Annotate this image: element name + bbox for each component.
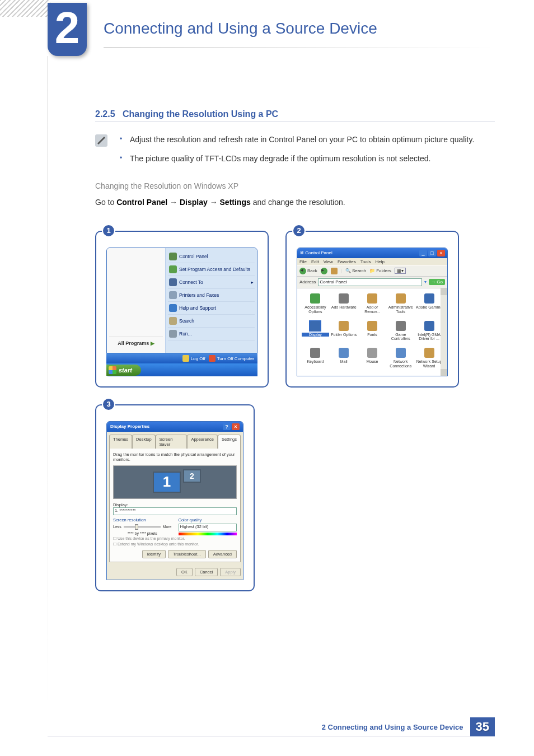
control-panel-item[interactable]: Network Connections: [387, 347, 414, 371]
close-icon[interactable]: ×: [232, 423, 240, 430]
footer-text: 2 Connecting and Using a Source Device: [322, 723, 463, 731]
logoff-button[interactable]: Log Off: [182, 355, 205, 362]
control-panel-item[interactable]: Keyboard: [302, 347, 329, 371]
menu-item[interactable]: Tools: [360, 259, 371, 264]
tab-desktop[interactable]: Desktop: [132, 435, 156, 449]
control-panel-item[interactable]: Add or Remov...: [359, 293, 386, 317]
help-icon[interactable]: ?: [223, 423, 231, 430]
tab-screen-saver[interactable]: Screen Saver: [156, 435, 188, 449]
control-panel-item[interactable]: Intel(R) GMA Driver for ...: [415, 320, 443, 344]
display-label: Display:: [113, 502, 237, 507]
troubleshoot--button[interactable]: Troubleshoot...: [168, 550, 206, 558]
start-menu-item[interactable]: Search: [168, 315, 255, 328]
control-panel-item[interactable]: Mail: [330, 347, 358, 371]
advanced-button[interactable]: Advanced: [208, 550, 237, 558]
color-bar: [179, 533, 237, 535]
bullet-item: Adjust the resolution and refresh rate i…: [118, 133, 474, 147]
extend-desktop-checkbox[interactable]: ☐ Extend my Windows desktop onto this mo…: [113, 542, 237, 547]
back-button[interactable]: ◄Back: [299, 268, 317, 274]
control-panel-item[interactable]: Folder Options: [330, 320, 358, 344]
tab-themes[interactable]: Themes: [109, 435, 132, 449]
figure-3-box: 3 Display Properties ? × ThemesDesktopSc…: [95, 404, 255, 591]
display-properties-window: Display Properties ? × ThemesDesktopScre…: [106, 421, 243, 580]
section-title: Changing the Resolution Using a PC: [123, 109, 278, 119]
folders-button[interactable]: 📁 Folders: [369, 268, 391, 273]
menu-item[interactable]: File: [299, 259, 307, 264]
primary-monitor-checkbox[interactable]: ☐ Use this device as the primary monitor…: [113, 536, 237, 541]
views-button[interactable]: ▦▾: [395, 268, 406, 274]
all-programs-item[interactable]: All Programs: [109, 337, 163, 349]
start-menu-item[interactable]: Printers and Faxes: [168, 289, 255, 302]
start-menu-item[interactable]: Help and Support: [168, 302, 255, 315]
forward-button[interactable]: ►: [321, 268, 327, 274]
monitor-2-icon[interactable]: 2: [183, 469, 201, 483]
tab-appearance[interactable]: Appearance: [187, 435, 217, 449]
bullet-item: The picture quality of TFT-LCDs may degr…: [118, 152, 474, 166]
figure-2-box: 2 🖥 Control Panel _ □ × FileEditViewFavo…: [285, 231, 459, 388]
page-number: 35: [470, 717, 495, 736]
menu-item[interactable]: View: [324, 259, 333, 264]
section-underline: [95, 122, 495, 122]
menu-item[interactable]: Edit: [311, 259, 319, 264]
side-rule: [48, 56, 48, 722]
start-menu-item[interactable]: Set Program Access and Defaults: [168, 263, 255, 276]
figure-number: 1: [102, 224, 115, 237]
color-quality-label: Color quality: [179, 517, 237, 522]
window-title: Display Properties: [110, 424, 149, 429]
start-menu-item[interactable]: Connect To▸: [168, 276, 255, 289]
menu-item[interactable]: Favorites: [338, 259, 356, 264]
section-heading: 2.2.5 Changing the Resolution Using a PC: [95, 109, 495, 119]
control-panel-item[interactable]: Adobe Gamma: [415, 293, 443, 317]
control-panel-item[interactable]: Add Hardware: [330, 293, 358, 317]
control-panel-item[interactable]: Administrative Tools: [387, 293, 414, 317]
window-title: 🖥 Control Panel: [299, 250, 332, 255]
tab-bar: ThemesDesktopScreen SaverAppearanceSetti…: [107, 432, 243, 448]
ok-button[interactable]: OK: [176, 568, 193, 576]
chapter-title: Connecting and Using a Source Device: [104, 20, 377, 38]
turnoff-button[interactable]: Turn Off Computer: [209, 355, 254, 362]
hint-text: Drag the monitor icons to match the phys…: [113, 452, 237, 462]
resolution-slider[interactable]: [124, 524, 161, 530]
control-panel-item[interactable]: Display: [302, 320, 329, 344]
display-select[interactable]: 1. **********: [113, 507, 237, 515]
instruction-text: Go to Control Panel → Display → Settings…: [95, 196, 495, 208]
start-menu-item[interactable]: Run...: [168, 328, 255, 340]
minimize-icon[interactable]: _: [419, 250, 427, 256]
toolbar: ◄Back ► | 🔍 Search 📁 Folders ▦▾: [297, 265, 447, 277]
control-panel-item[interactable]: Fonts: [359, 320, 386, 344]
figure-1-box: 1 All Programs Control PanelSet Program …: [95, 231, 269, 388]
cancel-button[interactable]: Cancel: [195, 568, 218, 576]
decorative-hatch: [0, 0, 50, 17]
start-menu-item[interactable]: Control Panel: [168, 250, 255, 263]
close-icon[interactable]: ×: [437, 250, 445, 256]
figure-number: 2: [292, 224, 306, 237]
maximize-icon[interactable]: □: [428, 250, 436, 256]
control-panel-item[interactable]: Game Controllers: [387, 320, 414, 344]
menu-item[interactable]: Help: [375, 259, 384, 264]
scrollbar[interactable]: [441, 288, 447, 376]
dropdown-icon[interactable]: ▾: [424, 279, 427, 284]
bullet-list: Adjust the resolution and refresh rate i…: [118, 133, 474, 171]
menu-bar[interactable]: FileEditViewFavoritesToolsHelp: [297, 258, 447, 265]
address-input[interactable]: [318, 278, 422, 286]
control-panel-item[interactable]: Accessibility Options: [302, 293, 329, 317]
note-block: Adjust the resolution and refresh rate i…: [95, 133, 495, 171]
title-rule: [104, 48, 495, 48]
resolution-value: **** by **** pixels: [113, 531, 172, 535]
address-label: Address: [299, 279, 316, 284]
chapter-number-badge: 2: [48, 3, 87, 56]
control-panel-item[interactable]: Mouse: [359, 347, 386, 371]
figure-number: 3: [102, 398, 115, 411]
control-panel-item[interactable]: Network Setup Wizard: [415, 347, 443, 371]
tab-settings[interactable]: Settings: [218, 435, 241, 449]
search-button[interactable]: 🔍 Search: [345, 268, 366, 273]
go-button[interactable]: → Go: [429, 279, 445, 285]
identify-button[interactable]: Identify: [142, 550, 166, 558]
color-quality-select[interactable]: Highest (32 bit): [179, 524, 237, 531]
start-button[interactable]: start: [106, 365, 141, 376]
up-button[interactable]: [331, 268, 338, 274]
monitor-1-icon[interactable]: 1: [153, 472, 181, 493]
monitor-arrangement[interactable]: 1 2: [113, 465, 237, 499]
control-panel-window: 🖥 Control Panel _ □ × FileEditViewFavori…: [297, 248, 448, 376]
os-subheading: Changing the Resolution on Windows XP: [95, 181, 495, 190]
